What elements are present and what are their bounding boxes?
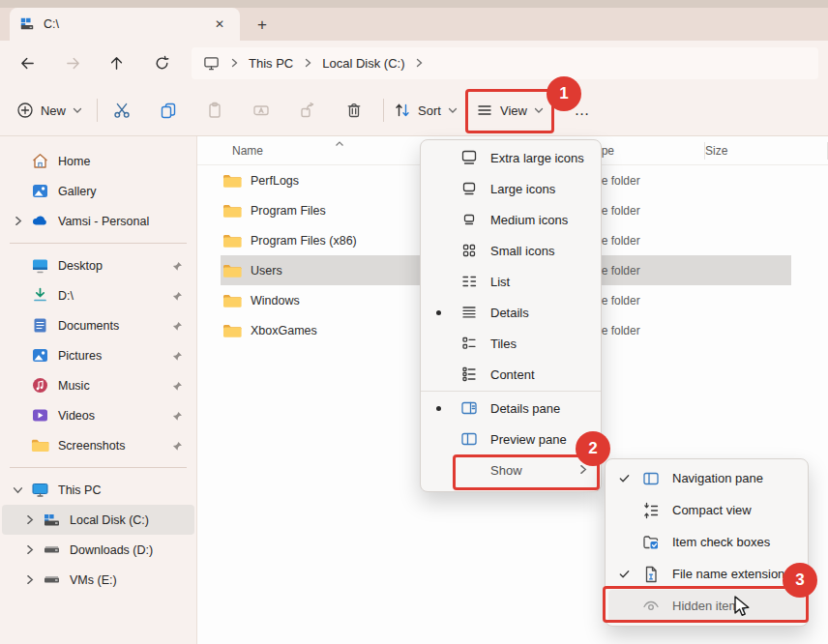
paste-button[interactable]	[193, 93, 236, 128]
home-icon	[31, 152, 49, 170]
sidebar-item-pictures[interactable]: Pictures	[2, 340, 194, 370]
menu-item-details-pane[interactable]: Details pane	[421, 393, 601, 424]
videos-icon	[31, 406, 49, 424]
column-header-size[interactable]: Size	[705, 136, 828, 164]
this-pc-icon	[203, 55, 220, 72]
sidebar-divider	[10, 467, 187, 468]
delete-button[interactable]	[333, 93, 375, 128]
large-icons-icon	[459, 179, 479, 198]
toolbar-divider	[383, 99, 384, 122]
plus-circle-icon	[16, 102, 34, 119]
column-header-type[interactable]: Type	[589, 136, 705, 164]
chevron-down-icon[interactable]	[10, 482, 26, 498]
sidebar-item-onedrive[interactable]: Vamsi - Personal	[2, 206, 194, 236]
tiles-view-icon	[459, 334, 479, 353]
sidebar-item-desktop[interactable]: Desktop	[2, 250, 194, 280]
rename-button[interactable]	[240, 93, 282, 128]
breadcrumb-this-pc[interactable]: This PC	[249, 56, 293, 71]
forward-button[interactable]	[56, 47, 89, 78]
menu-item-large-icons[interactable]: Large icons	[421, 173, 601, 204]
document-icon	[31, 316, 49, 335]
sidebar-item-documents[interactable]: Documents	[2, 310, 194, 340]
folder-icon	[222, 233, 242, 249]
chevron-down-icon	[73, 102, 82, 119]
folder-icon	[31, 436, 49, 454]
this-pc-icon	[31, 481, 49, 499]
folder-icon	[222, 173, 242, 189]
content-view-icon	[459, 365, 479, 384]
menu-item-list[interactable]: List	[421, 266, 601, 297]
menu-item-small-icons[interactable]: Small icons	[421, 235, 601, 266]
details-view-icon	[459, 303, 479, 322]
drive-icon	[19, 16, 35, 32]
sidebar-item-home[interactable]: Home	[2, 146, 194, 176]
cut-button[interactable]	[101, 93, 143, 128]
breadcrumb-local-disk-c[interactable]: Local Disk (C:)	[322, 56, 404, 71]
menu-item-preview-pane[interactable]: Preview pane	[421, 424, 601, 454]
pin-icon	[171, 379, 184, 392]
pictures-icon	[31, 346, 49, 365]
share-icon	[299, 102, 316, 119]
submenu-item-navigation-pane[interactable]: Navigation pane	[608, 462, 805, 494]
chevron-right-icon[interactable]	[21, 512, 38, 528]
medium-icons-icon	[459, 210, 479, 229]
menu-item-details[interactable]: Details	[421, 297, 601, 328]
sidebar-item-d-drive[interactable]: D:\	[2, 280, 194, 310]
sidebar-item-gallery[interactable]: Gallery	[2, 176, 194, 206]
desktop-icon	[31, 256, 49, 275]
sidebar-item-videos[interactable]: Videos	[2, 400, 194, 430]
chevron-right-icon[interactable]	[10, 213, 26, 229]
address-bar[interactable]: This PC Local Disk (C:)	[192, 47, 818, 79]
small-icons-icon	[459, 241, 479, 260]
menu-divider	[421, 391, 601, 392]
breadcrumb-chevron-icon	[414, 58, 424, 68]
sidebar-divider	[10, 243, 187, 244]
annotation-badge-2: 2	[576, 431, 610, 466]
chevron-down-icon	[448, 102, 458, 119]
new-tab-button[interactable]: +	[250, 13, 275, 38]
sort-ascending-icon	[335, 137, 344, 151]
folder-icon	[222, 263, 242, 278]
share-button[interactable]	[286, 93, 329, 128]
folder-icon	[222, 203, 242, 219]
menu-item-tiles[interactable]: Tiles	[421, 328, 601, 359]
new-button[interactable]: New	[12, 93, 87, 128]
copy-icon	[160, 102, 177, 119]
extra-large-icons-icon	[459, 148, 479, 167]
sidebar-item-screenshots[interactable]: Screenshots	[2, 430, 194, 460]
trash-icon	[345, 102, 363, 119]
tab-close-icon[interactable]: ✕	[209, 14, 230, 35]
up-button[interactable]	[100, 47, 133, 78]
tab-bar: C:\ ✕ +	[0, 8, 828, 41]
view-dropdown-menu: Extra large icons Large icons Medium ico…	[420, 139, 602, 492]
menu-item-content[interactable]: Content	[421, 359, 601, 390]
sidebar-item-downloads-d[interactable]: Downloads (D:)	[2, 535, 194, 565]
chevron-right-icon[interactable]	[21, 542, 38, 558]
sidebar-item-this-pc[interactable]: This PC	[2, 475, 194, 505]
gallery-icon	[31, 182, 49, 200]
drive-icon	[43, 541, 61, 559]
submenu-item-item-check-boxes[interactable]: Item check boxes	[608, 526, 805, 558]
navigation-bar: This PC Local Disk (C:)	[0, 41, 828, 85]
back-button[interactable]	[11, 47, 44, 78]
refresh-button[interactable]	[145, 47, 178, 78]
onedrive-icon	[31, 212, 49, 230]
sidebar-item-music[interactable]: Music	[2, 370, 194, 400]
screen-top-edge	[0, 0, 828, 8]
pin-icon	[171, 289, 184, 302]
menu-item-medium-icons[interactable]: Medium icons	[421, 204, 601, 235]
sidebar-item-local-disk-c[interactable]: Local Disk (C:)	[2, 505, 194, 535]
chevron-right-icon[interactable]	[21, 571, 38, 588]
checkmark-icon	[616, 472, 632, 484]
folder-icon	[222, 293, 242, 308]
annotation-box-show	[453, 454, 600, 490]
copy-button[interactable]	[147, 93, 190, 128]
toolbar-divider	[97, 99, 98, 122]
menu-item-extra-large-icons[interactable]: Extra large icons	[421, 142, 601, 173]
tab-c-drive[interactable]: C:\ ✕	[10, 8, 240, 41]
command-toolbar: New Sort View	[0, 85, 828, 136]
submenu-item-compact-view[interactable]: Compact view	[608, 494, 805, 526]
sidebar-item-vms-e[interactable]: VMs (E:)	[2, 565, 194, 595]
sort-button[interactable]: Sort	[389, 93, 462, 128]
radio-selected-icon	[436, 406, 441, 411]
